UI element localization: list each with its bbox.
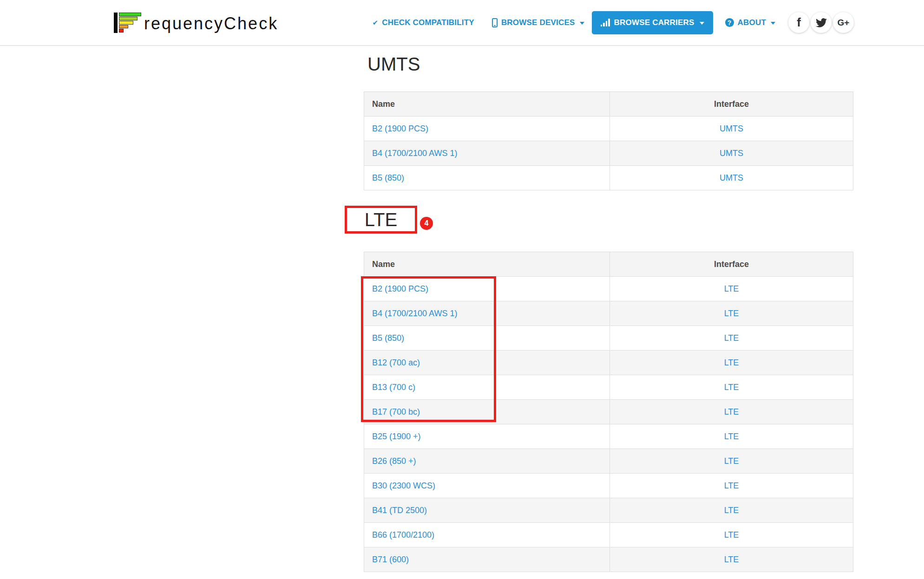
interface-link[interactable]: LTE	[724, 407, 739, 416]
phone-icon	[492, 18, 498, 27]
table-header-row: Name Interface	[364, 252, 853, 277]
google-plus-button[interactable]: G+	[833, 12, 854, 33]
chevron-down-icon	[580, 22, 584, 25]
nav-check-compatibility[interactable]: ✔ CHECK COMPATIBILITY	[372, 18, 474, 27]
band-link[interactable]: B2 (1900 PCS)	[372, 284, 428, 293]
check-icon: ✔	[372, 19, 378, 26]
band-link[interactable]: B5 (850)	[372, 173, 404, 182]
nav-browse-devices-label: BROWSE DEVICES	[501, 18, 575, 27]
table-row: B17 (700 bc) LTE	[364, 400, 853, 424]
band-link[interactable]: B71 (600)	[372, 555, 409, 564]
interface-link[interactable]: LTE	[724, 456, 739, 466]
interface-link[interactable]: LTE	[724, 309, 739, 318]
social-buttons: f G+	[788, 12, 854, 33]
column-header-interface: Interface	[610, 92, 853, 117]
band-link[interactable]: B4 (1700/2100 AWS 1)	[372, 149, 457, 158]
logo-bar-yellow	[119, 21, 133, 25]
nav-check-compatibility-label: CHECK COMPATIBILITY	[382, 18, 474, 27]
top-navbar: requencyCheck ✔ CHECK COMPATIBILITY BROW…	[0, 0, 924, 46]
interface-link[interactable]: LTE	[724, 481, 739, 490]
interface-link[interactable]: LTE	[724, 383, 739, 392]
lte-section-title: LTE	[365, 210, 397, 229]
table-row: B4 (1700/2100 AWS 1) UMTS	[364, 141, 853, 166]
interface-link[interactable]: LTE	[724, 555, 739, 564]
column-header-name: Name	[364, 92, 610, 117]
chevron-down-icon	[771, 22, 775, 25]
band-link[interactable]: B4 (1700/2100 AWS 1)	[372, 309, 457, 318]
band-link[interactable]: B17 (700 bc)	[372, 407, 420, 416]
interface-link[interactable]: LTE	[724, 506, 739, 515]
chevron-down-icon	[700, 22, 704, 25]
interface-link[interactable]: LTE	[724, 432, 739, 441]
table-row: B5 (850) LTE	[364, 326, 853, 351]
logo-bar-yellowgreen	[119, 17, 138, 20]
interface-link[interactable]: LTE	[724, 284, 739, 293]
nav-browse-devices[interactable]: BROWSE DEVICES	[492, 18, 584, 27]
interface-link[interactable]: UMTS	[720, 173, 743, 182]
logo-bar-green	[119, 13, 141, 16]
table-row: B41 (TD 2500) LTE	[364, 498, 853, 523]
nav-browse-carriers-label: BROWSE CARRIERS	[614, 18, 695, 27]
band-link[interactable]: B25 (1900 +)	[372, 432, 421, 441]
interface-link[interactable]: UMTS	[720, 124, 743, 133]
main-nav: ✔ CHECK COMPATIBILITY BROWSE DEVICES BRO…	[372, 0, 854, 45]
band-link[interactable]: B66 (1700/2100)	[372, 530, 434, 540]
interface-link[interactable]: LTE	[724, 358, 739, 367]
logo[interactable]: requencyCheck	[114, 0, 278, 45]
table-row: B13 (700 c) LTE	[364, 375, 853, 400]
band-link[interactable]: B26 (850 +)	[372, 456, 416, 466]
frequencycheck-logo-icon	[114, 13, 144, 33]
google-plus-icon: G+	[838, 18, 850, 27]
table-row: B25 (1900 +) LTE	[364, 424, 853, 449]
interface-link[interactable]: UMTS	[720, 149, 743, 158]
band-link[interactable]: B30 (2300 WCS)	[372, 481, 435, 490]
table-row: B66 (1700/2100) LTE	[364, 523, 853, 547]
interface-link[interactable]: LTE	[724, 530, 739, 540]
logo-text: requencyCheck	[144, 15, 278, 32]
lte-table: Name Interface B2 (1900 PCS) LTE B4 (170…	[364, 252, 853, 572]
nav-about-label: ABOUT	[738, 18, 766, 27]
nav-about[interactable]: ? ABOUT	[725, 18, 775, 27]
band-link[interactable]: B5 (850)	[372, 333, 404, 343]
interface-link[interactable]: LTE	[724, 333, 739, 343]
umts-table: Name Interface B2 (1900 PCS) UMTS B4 (17…	[364, 91, 853, 190]
table-row: B12 (700 ac) LTE	[364, 351, 853, 375]
twitter-icon	[816, 17, 827, 28]
band-link[interactable]: B12 (700 ac)	[372, 358, 420, 367]
band-link[interactable]: B41 (TD 2500)	[372, 506, 427, 515]
table-row: B26 (850 +) LTE	[364, 449, 853, 474]
logo-bar-red	[119, 29, 124, 33]
facebook-icon: f	[797, 16, 801, 28]
question-circle-icon: ?	[725, 18, 734, 27]
column-header-interface: Interface	[610, 252, 853, 277]
table-row: B71 (600) LTE	[364, 547, 853, 572]
table-row: B5 (850) UMTS	[364, 166, 853, 190]
annotation-badge: 4	[420, 217, 433, 230]
table-row: B4 (1700/2100 AWS 1) LTE	[364, 301, 853, 326]
table-row: B2 (1900 PCS) UMTS	[364, 117, 853, 141]
column-header-name: Name	[364, 252, 610, 277]
umts-section-title: UMTS	[367, 55, 420, 73]
facebook-button[interactable]: f	[788, 12, 809, 33]
annotation-box-lte-title: LTE	[345, 206, 417, 234]
table-header-row: Name Interface	[364, 92, 853, 117]
logo-bar-stem	[114, 13, 118, 33]
band-link[interactable]: B2 (1900 PCS)	[372, 124, 428, 133]
table-row: B30 (2300 WCS) LTE	[364, 474, 853, 498]
nav-browse-carriers-button[interactable]: BROWSE CARRIERS	[592, 11, 713, 34]
twitter-button[interactable]	[811, 12, 832, 33]
table-row: B2 (1900 PCS) LTE	[364, 277, 853, 301]
logo-bar-orange	[119, 25, 128, 28]
signal-bars-icon	[601, 19, 610, 26]
band-link[interactable]: B13 (700 c)	[372, 383, 415, 392]
